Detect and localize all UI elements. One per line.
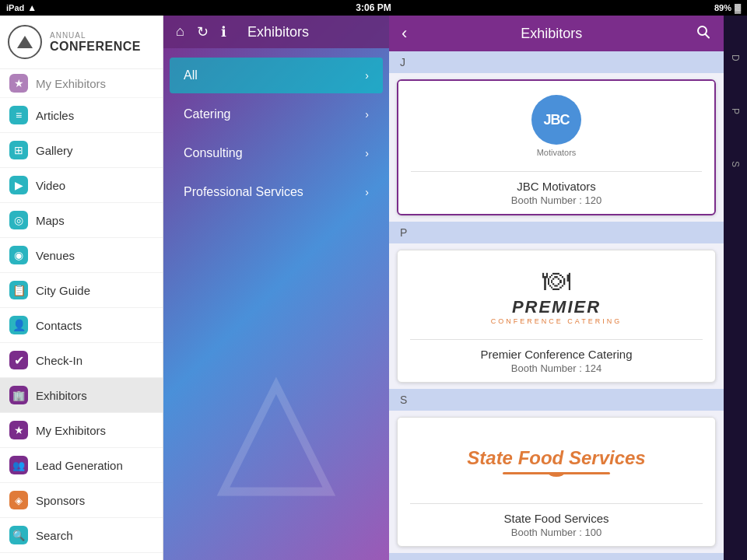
section-header-p: P <box>389 222 724 243</box>
exhibitor-card-premier[interactable]: 🍽 PREMIER CONFERENCE CATERING Premier Co… <box>397 250 716 383</box>
category-consulting-label: Consulting <box>184 146 243 160</box>
state-food-booth: Booth Number : 100 <box>410 527 703 538</box>
state-food-name: State Food Services <box>410 512 703 525</box>
contacts-icon: 👤 <box>9 316 28 334</box>
sidebar-label-my-exhibitors-top: My Exhibitors <box>36 77 106 90</box>
sidebar-item-gallery[interactable]: ⊞ Gallery <box>0 133 163 168</box>
premier-booth: Booth Number : 124 <box>410 362 703 374</box>
sidebar-nav: ★ My Exhibitors ≡ Articles ⊞ Gallery ▶ V… <box>0 69 163 560</box>
right-header: ‹ Exhibitors <box>389 16 724 51</box>
back-button[interactable]: ‹ <box>402 23 407 44</box>
right-panel: ‹ Exhibitors J JBC Motivators JBC Motiva… <box>389 16 724 560</box>
video-icon: ▶ <box>9 176 28 194</box>
logo-text: ANNUAL CONFERENCE <box>50 31 141 54</box>
sidebar-label-my-exhibitors: My Exhibitors <box>36 424 106 437</box>
venues-icon: ◉ <box>9 246 28 264</box>
sidebar-item-maps[interactable]: ◎ Maps <box>0 203 163 238</box>
side-letter-d: D <box>730 54 741 61</box>
sidebar-item-support-request[interactable]: 💬 Support Request <box>0 553 163 560</box>
state-food-underline <box>503 472 610 474</box>
state-food-logo-area: State Food Services <box>398 418 715 503</box>
middle-panel: △ ⌂ ↻ ℹ Exhibitors All › Catering › Cons… <box>163 16 389 560</box>
sidebar-item-search[interactable]: 🔍 Search <box>0 518 163 553</box>
jbc-logo-area: JBC Motivators <box>398 81 714 171</box>
status-bar-time: 3:06 PM <box>356 2 391 13</box>
sidebar-item-city-guide[interactable]: 📋 City Guide <box>0 273 163 308</box>
sidebar-label-city-guide: City Guide <box>36 284 90 297</box>
premier-text: PREMIER <box>512 297 601 317</box>
battery-icon: ▓ <box>735 3 741 12</box>
sidebar-item-contacts[interactable]: 👤 Contacts <box>0 308 163 343</box>
premier-sub-text: CONFERENCE CATERING <box>491 317 622 325</box>
jbc-card-info: JBC Motivators Booth Number : 120 <box>398 172 714 214</box>
sidebar-item-video[interactable]: ▶ Video <box>0 168 163 203</box>
check-in-icon: ✔ <box>9 351 28 369</box>
sponsors-icon: ◈ <box>9 491 28 509</box>
sidebar-label-check-in: Check-In <box>36 354 82 367</box>
logo-conference: CONFERENCE <box>50 40 141 54</box>
sidebar-label-contacts: Contacts <box>36 319 82 332</box>
section-header-j: J <box>389 51 724 73</box>
exhibitor-card-state-food[interactable]: State Food Services State Food Services … <box>397 417 716 547</box>
gallery-icon: ⊞ <box>9 141 28 159</box>
jbc-sub-text: Motivators <box>537 148 577 157</box>
bg-logo-icon: △ <box>216 332 336 513</box>
sidebar-item-venues[interactable]: ◉ Venues <box>0 238 163 273</box>
category-consulting-chevron: › <box>365 147 369 159</box>
sidebar-label-venues: Venues <box>36 249 75 262</box>
wifi-icon: ▲ <box>27 2 37 13</box>
sidebar-label-search: Search <box>36 529 73 542</box>
logo-circle <box>8 25 42 59</box>
my-exhibitors-top-icon: ★ <box>9 74 28 93</box>
side-letter-s: S <box>730 161 741 167</box>
sidebar-item-sponsors[interactable]: ◈ Sponsors <box>0 483 163 518</box>
sidebar-item-my-exhibitors[interactable]: ★ My Exhibitors <box>0 413 163 448</box>
sidebar-label-exhibitors: Exhibitors <box>36 389 87 402</box>
middle-panel-title: Exhibitors <box>226 24 330 40</box>
status-bar-left: iPad ▲ <box>6 2 37 13</box>
jbc-booth: Booth Number : 120 <box>411 194 702 206</box>
state-food-logo: State Food Services <box>467 447 645 474</box>
category-all[interactable]: All › <box>170 58 383 93</box>
sidebar-header: ANNUAL CONFERENCE <box>0 16 163 69</box>
sidebar-item-lead-generation[interactable]: 👥 Lead Generation <box>0 448 163 483</box>
premier-logo-area: 🍽 PREMIER CONFERENCE CATERING <box>398 250 715 339</box>
sidebar-label-sponsors: Sponsors <box>36 494 85 507</box>
state-food-card-info: State Food Services Booth Number : 100 <box>398 504 715 546</box>
middle-header: ⌂ ↻ ℹ Exhibitors <box>163 16 389 48</box>
jbc-logo: JBC <box>531 95 581 145</box>
sidebar-label-video: Video <box>36 179 65 192</box>
category-professional-services-label: Professional Services <box>184 185 303 199</box>
svg-line-1 <box>706 34 710 38</box>
exhibitor-card-jbc[interactable]: JBC Motivators JBC Motivators Booth Numb… <box>397 79 716 215</box>
sidebar-item-articles[interactable]: ≡ Articles <box>0 98 163 133</box>
logo-triangle-icon <box>17 36 33 48</box>
sidebar-label-maps: Maps <box>36 214 65 227</box>
premier-card-info: Premier Conference Catering Booth Number… <box>398 340 715 382</box>
sidebar-label-lead-generation: Lead Generation <box>36 459 123 472</box>
battery-label: 89% <box>714 3 731 12</box>
sidebar-item-my-exhibitors-top[interactable]: ★ My Exhibitors <box>0 69 163 98</box>
category-professional-services[interactable]: Professional Services › <box>170 174 383 210</box>
premier-hat-icon: 🍽 <box>542 264 570 297</box>
sidebar: ANNUAL CONFERENCE ★ My Exhibitors ≡ Arti… <box>0 16 163 560</box>
right-search-icon[interactable] <box>696 24 711 44</box>
category-list: All › Catering › Consulting › Profession… <box>163 48 389 219</box>
jbc-name: JBC Motivators <box>411 180 702 193</box>
premier-logo: 🍽 PREMIER CONFERENCE CATERING <box>491 264 622 325</box>
exhibitors-icon: 🏢 <box>9 386 28 404</box>
sidebar-label-articles: Articles <box>36 109 74 122</box>
carrier-label: iPad <box>6 3 24 12</box>
info-icon[interactable]: ℹ <box>221 23 226 40</box>
refresh-icon[interactable]: ↻ <box>197 23 209 40</box>
my-exhibitors-icon: ★ <box>9 421 28 439</box>
category-catering-label: Catering <box>184 107 230 121</box>
lead-generation-icon: 👥 <box>9 456 28 474</box>
home-icon[interactable]: ⌂ <box>176 23 184 40</box>
category-all-chevron: › <box>365 69 369 82</box>
category-catering[interactable]: Catering › <box>170 96 383 132</box>
side-letter-p: P <box>730 108 741 114</box>
sidebar-item-exhibitors[interactable]: 🏢 Exhibitors <box>0 378 163 413</box>
category-consulting[interactable]: Consulting › <box>170 135 383 171</box>
sidebar-item-check-in[interactable]: ✔ Check-In <box>0 343 163 378</box>
